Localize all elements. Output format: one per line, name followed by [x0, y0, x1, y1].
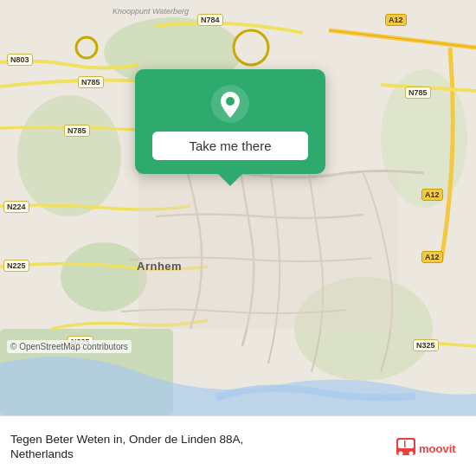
footer-title: Tegen Beter Weten in, Onder de Linden 88…: [10, 432, 396, 448]
road-badge-n224: N224: [3, 201, 29, 213]
take-me-there-button[interactable]: Take me there: [152, 132, 308, 160]
road-badge-n785-left: N785: [78, 76, 104, 88]
svg-text:moovit: moovit: [419, 442, 456, 455]
road-badge-a12-mid: A12: [421, 189, 443, 201]
svg-rect-9: [138, 173, 398, 329]
svg-point-3: [61, 242, 147, 312]
svg-point-15: [409, 451, 414, 455]
svg-point-2: [17, 95, 121, 216]
footer-subtitle: Netherlands: [10, 447, 396, 460]
popup-card: Take me there: [135, 69, 325, 174]
road-badge-n784: N784: [197, 14, 223, 26]
svg-point-7: [234, 30, 268, 65]
footer-bar: Tegen Beter Weten in, Onder de Linden 88…: [0, 415, 476, 476]
svg-rect-13: [398, 440, 414, 448]
footer-text-block: Tegen Beter Weten in, Onder de Linden 88…: [10, 432, 396, 461]
svg-point-14: [399, 451, 403, 455]
road-badge-a12-top: A12: [385, 14, 407, 26]
road-badge-n225-top: N225: [3, 260, 29, 272]
road-badge-n803: N803: [7, 54, 33, 66]
svg-point-8: [76, 37, 97, 58]
map-container: N803 N784 A12 N785 N785 N785 A12 N224 A1…: [0, 0, 476, 415]
road-badge-a12-low: A12: [421, 251, 443, 263]
city-label-arnhem: Arnhem: [137, 260, 182, 273]
location-pin-icon: [211, 85, 249, 123]
osm-attribution: © OpenStreetMap contributors: [7, 340, 132, 353]
area-label-waterberg: Knooppunt Waterberg: [113, 7, 189, 16]
moovit-logo: moovit: [396, 433, 466, 460]
svg-rect-16: [404, 441, 406, 447]
road-badge-n325: N325: [413, 339, 439, 351]
road-badge-n785-right: N785: [405, 87, 431, 99]
svg-point-11: [226, 97, 235, 106]
moovit-logo-svg: moovit: [396, 433, 466, 460]
road-badge-n785-mid: N785: [64, 125, 90, 137]
